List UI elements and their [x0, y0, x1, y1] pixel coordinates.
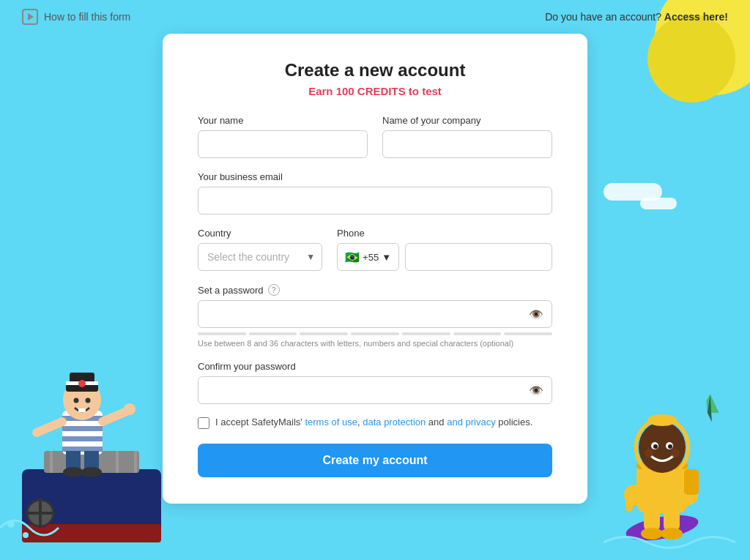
- sailor-character: [0, 264, 161, 560]
- password-group: Set a password ? 👁️ Use between 8 and 36…: [198, 284, 552, 348]
- terms-checkbox[interactable]: [198, 417, 209, 429]
- svg-rect-13: [62, 426, 103, 431]
- terms-row: I accept SafetyMails' terms of use, data…: [198, 416, 552, 429]
- svg-line-28: [37, 422, 62, 433]
- access-link[interactable]: Access here!: [664, 11, 728, 23]
- terms-comma: ,: [357, 417, 360, 428]
- phone-group: Phone 🇧🇷 +55 ▼: [337, 228, 552, 271]
- svg-point-44: [639, 422, 686, 473]
- svg-point-52: [647, 414, 677, 426]
- card-subtitle: Earn 100 CREDITS to test: [198, 85, 552, 97]
- svg-point-25: [74, 398, 79, 403]
- password-hint: Use between 8 and 36 characters with let…: [198, 339, 552, 348]
- strength-seg-7: [504, 332, 552, 335]
- help-icon[interactable]: ?: [268, 284, 280, 296]
- phone-wrapper: 🇧🇷 +55 ▼: [337, 243, 552, 271]
- name-input[interactable]: [198, 130, 368, 158]
- company-input[interactable]: [382, 130, 552, 158]
- confirm-label: Confirm your password: [198, 361, 552, 372]
- svg-line-29: [103, 411, 128, 422]
- strength-seg-4: [351, 332, 399, 335]
- card-title: Create a new account: [198, 60, 552, 81]
- signup-card: Create a new account Earn 100 CREDITS to…: [163, 34, 587, 504]
- play-triangle: [28, 13, 34, 20]
- email-input[interactable]: [198, 187, 552, 214]
- phone-dropdown-icon: ▼: [382, 252, 391, 263]
- svg-point-31: [7, 520, 15, 528]
- strength-seg-5: [402, 332, 450, 335]
- country-select-wrapper: Select the country ▼: [198, 243, 322, 271]
- name-company-row: Your name Name of your company: [198, 115, 552, 158]
- password-label-text: Set a password: [198, 285, 264, 296]
- svg-point-43: [661, 528, 683, 540]
- login-prompt: Do you have an account? Access here!: [545, 11, 728, 23]
- country-group: Country Select the country ▼: [198, 228, 322, 271]
- svg-point-19: [81, 467, 102, 477]
- phone-input[interactable]: [405, 243, 552, 271]
- play-icon: [22, 9, 38, 25]
- confirm-eye-icon[interactable]: 👁️: [529, 384, 543, 397]
- confirm-password-wrapper: 👁️: [198, 376, 552, 404]
- password-input[interactable]: [198, 300, 552, 328]
- password-label: Set a password ?: [198, 284, 552, 296]
- svg-marker-54: [702, 394, 724, 417]
- svg-point-18: [63, 467, 83, 477]
- email-label: Your business email: [198, 171, 552, 182]
- svg-point-42: [641, 528, 663, 540]
- svg-point-30: [124, 403, 135, 415]
- terms-and: and: [428, 417, 445, 428]
- strength-seg-2: [249, 332, 297, 335]
- svg-point-26: [86, 398, 91, 403]
- svg-rect-15: [62, 447, 103, 452]
- brazil-flag-icon: 🇧🇷: [345, 250, 360, 264]
- svg-point-50: [645, 449, 653, 458]
- company-group: Name of your company: [382, 115, 552, 158]
- phone-code: +55: [363, 252, 379, 263]
- account-text: Do you have an account?: [545, 11, 661, 23]
- howto-label: How to fill this form: [44, 11, 130, 23]
- strength-seg-3: [300, 332, 348, 335]
- phone-country-btn[interactable]: 🇧🇷 +55 ▼: [337, 243, 399, 271]
- data-protection-link[interactable]: data protection: [363, 417, 426, 428]
- name-group: Your name: [198, 115, 368, 158]
- svg-point-33: [624, 511, 700, 545]
- terms-text: I accept SafetyMails' terms of use, data…: [215, 416, 532, 429]
- strength-seg-1: [198, 332, 246, 335]
- email-group: Your business email: [198, 171, 552, 214]
- create-account-button[interactable]: Create my account: [198, 444, 552, 477]
- password-strength-bar: [198, 332, 552, 335]
- name-label: Your name: [198, 115, 368, 126]
- terms-suffix: policies.: [498, 417, 532, 428]
- password-wrapper: 👁️: [198, 300, 552, 328]
- svg-point-51: [671, 449, 680, 458]
- svg-rect-27: [78, 408, 86, 412]
- svg-point-48: [653, 444, 658, 449]
- top-bar: How to fill this form Do you have an acc…: [0, 0, 750, 34]
- strength-seg-6: [453, 332, 502, 335]
- company-label: Name of your company: [382, 115, 552, 126]
- astronaut-character: [604, 337, 735, 560]
- privacy-link[interactable]: and privacy: [447, 417, 495, 428]
- eye-icon[interactable]: 👁️: [529, 307, 543, 321]
- confirm-password-group: Confirm your password 👁️: [198, 361, 552, 404]
- svg-point-49: [668, 444, 672, 449]
- country-select[interactable]: Select the country: [198, 243, 322, 271]
- howto-link[interactable]: How to fill this form: [22, 9, 130, 25]
- svg-point-32: [23, 532, 29, 538]
- terms-of-use-link[interactable]: terms of use: [305, 417, 357, 428]
- svg-rect-53: [684, 469, 699, 495]
- terms-prefix: I accept SafetyMails': [215, 417, 302, 428]
- country-label: Country: [198, 228, 322, 239]
- country-phone-row: Country Select the country ▼ Phone 🇧🇷 +5…: [198, 228, 552, 271]
- phone-label: Phone: [337, 228, 552, 239]
- confirm-password-input[interactable]: [198, 376, 552, 404]
- svg-point-39: [625, 493, 637, 502]
- svg-point-24: [78, 380, 86, 387]
- svg-rect-14: [62, 436, 103, 441]
